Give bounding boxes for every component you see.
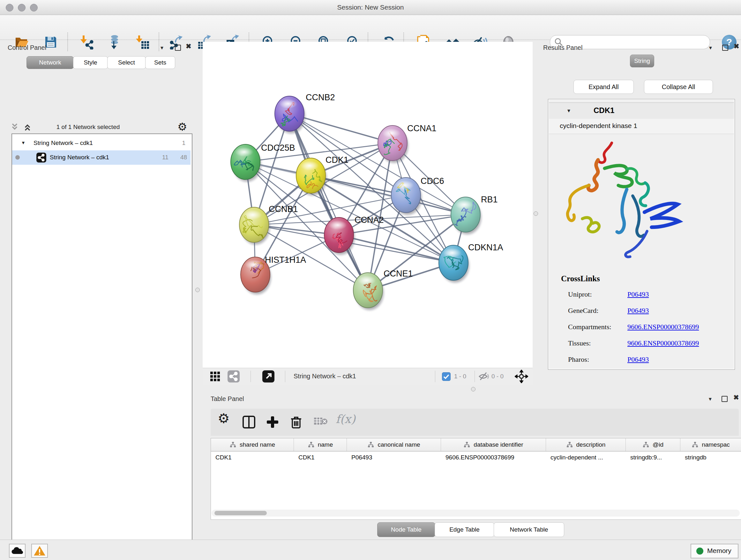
delete-table-icon[interactable] [313, 415, 328, 428]
crosslinks-section: CrossLinks Uniprot:P06493GeneCard:P06493… [548, 99, 735, 369]
table-settings-gear-icon[interactable]: ⚙ [218, 413, 230, 424]
crosslink-link[interactable]: P06493 [627, 307, 649, 315]
column-header-2[interactable]: name [294, 438, 347, 451]
crosslink-row: Compartments:9606.ENSP00000378699 [568, 323, 611, 331]
tab-sets[interactable]: Sets [145, 56, 175, 69]
panel-menu-icon[interactable]: ▼ [159, 45, 164, 51]
network-row-selected[interactable]: String Network – cdk1 11 48 [12, 150, 191, 165]
network-view-canvas[interactable]: CCNB2CCNA1CDC25BCDK1CDC6RB1CCNB1CCNA2CDK… [203, 42, 533, 368]
network-node-CCNB2[interactable] [275, 96, 304, 131]
panel-menu-icon[interactable]: ▼ [708, 45, 713, 51]
panel-menu-icon[interactable]: ▼ [708, 396, 713, 402]
crosslink-label: Compartments: [568, 323, 611, 331]
network-node-CCNA1[interactable] [378, 125, 407, 161]
expand-all-button[interactable]: Expand All [574, 80, 634, 94]
node-label: HIST1H1A [265, 255, 306, 265]
network-collection-row[interactable]: ▼ String Network – cdk1 1 [12, 136, 191, 150]
crosslink-label: Tissues: [568, 339, 591, 347]
tab-network[interactable]: Network [26, 56, 74, 69]
selected-checkbox-icon[interactable] [442, 372, 451, 381]
table-toolbar: ⚙ f(x) [211, 409, 739, 436]
table-panel-title: Table Panel [211, 395, 244, 402]
table-cell[interactable]: stringdb [680, 451, 741, 463]
warning-button[interactable] [31, 544, 48, 558]
hidden-count: 0 - 0 [491, 373, 503, 380]
network-node-CDK1[interactable] [296, 158, 326, 193]
table-cell[interactable]: CDK1 [211, 451, 294, 463]
network-view-toolbar: String Network – cdk1 1 - 0 0 - 0 [203, 368, 533, 385]
panel-close-icon[interactable]: ✖ [733, 395, 739, 400]
view-toolbar-separator [251, 371, 251, 382]
tab-node-table[interactable]: Node Table [377, 522, 435, 537]
main-toolbar: ? [0, 15, 741, 40]
table-cell[interactable]: stringdb:9... [626, 451, 680, 463]
open-in-window-icon[interactable] [262, 370, 274, 382]
table-row[interactable]: CDK1CDK1P064939606.ENSP00000378699cyclin… [211, 451, 741, 463]
panel-close-icon[interactable]: ✖ [734, 44, 739, 49]
network-tree: ▼ String Network – cdk1 1 String Network… [11, 133, 192, 560]
column-header-4[interactable]: database identifier [441, 438, 546, 451]
column-header-3[interactable]: canonical name [347, 438, 441, 451]
node-label: CDC6 [421, 176, 444, 186]
tab-string[interactable]: String [630, 55, 654, 67]
crosshair-icon[interactable] [515, 370, 528, 383]
crosslink-link[interactable]: P06493 [627, 355, 649, 364]
crosslink-link[interactable]: P06493 [627, 290, 649, 299]
crosslink-link[interactable]: 9606.ENSP00000378699 [627, 323, 699, 331]
crosslink-label: GeneCard: [568, 307, 598, 314]
table-cell[interactable]: 9606.ENSP00000378699 [441, 451, 546, 463]
view-toolbar-separator [475, 371, 475, 382]
column-header-7[interactable]: namespac [680, 438, 741, 451]
title-bar: Session: New Session [0, 0, 741, 15]
gear-icon[interactable]: ⚙ [178, 121, 187, 132]
network-node-CDKN1A[interactable] [439, 245, 468, 280]
network-share-icon [37, 152, 46, 163]
scrollbar-thumb[interactable] [214, 511, 267, 515]
network-edge[interactable] [339, 235, 454, 263]
results-panel: Results Panel ▼ ✖ String Expand All Coll… [534, 42, 741, 386]
horizontal-splitter-handle[interactable] [471, 387, 475, 391]
node-label: CDK1 [326, 155, 348, 165]
delete-column-trash-icon[interactable] [289, 415, 303, 429]
network-node-CDC25B[interactable] [231, 144, 260, 179]
network-node-CCNE1[interactable] [353, 273, 383, 308]
tab-style[interactable]: Style [73, 56, 108, 69]
network-node-CDC6[interactable] [391, 178, 421, 212]
memory-button[interactable]: Memory [690, 544, 738, 558]
hidden-eye-icon[interactable] [478, 371, 489, 381]
crosslink-row: Uniprot:P06493 [568, 290, 592, 299]
grid-view-icon[interactable] [210, 371, 220, 382]
table-cell[interactable]: P06493 [347, 451, 441, 463]
tab-select[interactable]: Select [107, 56, 146, 69]
node-label: CDKN1A [468, 243, 503, 252]
collapse-all-button[interactable]: Collapse All [644, 80, 713, 94]
column-header-1[interactable]: shared name [211, 438, 294, 451]
network-label: String Network – cdk1 [50, 154, 109, 161]
share-view-icon[interactable] [227, 370, 240, 382]
node-label: CDC25B [261, 143, 295, 152]
current-network-dot-icon [15, 155, 20, 160]
panel-close-icon[interactable]: ✖ [186, 44, 192, 49]
tab-network-table[interactable]: Network Table [494, 522, 564, 537]
cloud-button[interactable] [9, 544, 25, 558]
column-header-5[interactable]: description [546, 438, 626, 451]
node-label: CCNB1 [269, 204, 298, 214]
panel-float-icon[interactable] [175, 45, 181, 51]
table-cell[interactable]: cyclin-dependent ... [546, 451, 626, 463]
table-horizontal-scrollbar [212, 509, 740, 516]
column-header-6[interactable]: @id [626, 438, 680, 451]
crosslink-link[interactable]: 9606.ENSP00000378699 [627, 339, 699, 348]
network-node-RB1[interactable] [451, 197, 480, 232]
table-cell[interactable]: CDK1 [294, 451, 347, 463]
panel-float-icon[interactable] [722, 45, 728, 51]
network-node-CCNB1[interactable] [239, 207, 269, 242]
tree-expander-icon[interactable]: ▼ [21, 140, 25, 145]
columns-icon[interactable] [242, 415, 256, 429]
tab-edge-table[interactable]: Edge Table [434, 522, 494, 537]
network-node-CCNA2[interactable] [324, 217, 354, 253]
function-builder-icon[interactable]: f(x) [336, 413, 355, 426]
panel-float-icon[interactable] [722, 396, 728, 402]
vertical-splitter-handle[interactable] [195, 288, 200, 292]
add-column-icon[interactable] [266, 415, 280, 429]
window-title: Session: New Session [0, 3, 741, 11]
